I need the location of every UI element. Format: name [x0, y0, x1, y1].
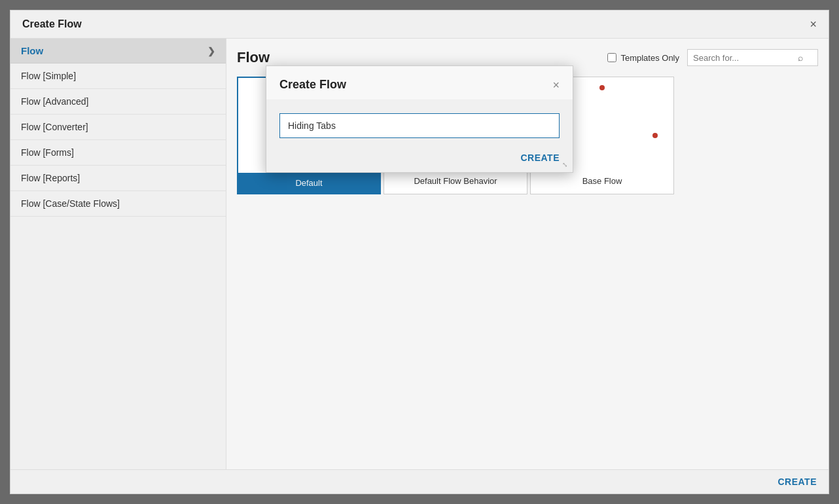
chevron-right-icon: ❯: [207, 46, 215, 56]
search-input[interactable]: [693, 53, 798, 63]
resize-handle: ⤡: [562, 162, 570, 170]
templates-only-label: Templates Only: [607, 53, 679, 63]
inner-dialog-footer: CREATE ⤡: [266, 145, 573, 172]
inner-create-button[interactable]: CREATE: [520, 153, 560, 163]
sidebar-item-flow-advanced[interactable]: Flow [Advanced]: [10, 89, 226, 115]
outer-close-button[interactable]: ×: [810, 18, 817, 30]
flow-card-base-label: Base Flow: [531, 176, 673, 194]
sidebar-header-label: Flow: [21, 45, 43, 56]
dot-red-top: [599, 85, 605, 90]
sidebar-item-flow-simple[interactable]: Flow [Simple]: [10, 63, 226, 89]
content-header: Flow Templates Only ⌕: [237, 49, 818, 66]
sidebar-item-flow-forms[interactable]: Flow [Forms]: [10, 140, 226, 166]
sidebar: Flow ❯ Flow [Simple] Flow [Advanced] Flo…: [10, 39, 226, 469]
content-title: Flow: [237, 49, 270, 66]
inner-dialog-body: [266, 100, 573, 145]
header-right: Templates Only ⌕: [607, 49, 818, 66]
sidebar-item-flow-converter[interactable]: Flow [Converter]: [10, 115, 226, 140]
outer-dialog-header: Create Flow ×: [10, 10, 829, 39]
flow-card-dfb-label: Default Flow Behavior: [384, 171, 527, 194]
dot-red-mid: [652, 133, 658, 138]
inner-dialog-header: Create Flow ×: [266, 66, 573, 100]
sidebar-items-list: Flow [Simple] Flow [Advanced] Flow [Conv…: [10, 63, 226, 217]
outer-create-button[interactable]: CREATE: [777, 477, 817, 487]
sidebar-header[interactable]: Flow ❯: [10, 39, 226, 63]
flow-name-input[interactable]: [279, 113, 560, 138]
inner-dialog: Create Flow × CREATE ⤡: [266, 65, 573, 173]
flow-card-default-label: Default: [238, 173, 380, 193]
search-box: ⌕: [687, 49, 818, 66]
sidebar-item-flow-reports[interactable]: Flow [Reports]: [10, 166, 226, 191]
search-icon: ⌕: [798, 52, 803, 63]
inner-close-button[interactable]: ×: [552, 79, 560, 91]
outer-dialog-footer: CREATE: [10, 469, 829, 494]
inner-dialog-title: Create Flow: [279, 78, 346, 92]
main-overlay: Create Flow × Flow ❯ Flow [Simple] Flow …: [0, 0, 839, 504]
outer-dialog-title: Create Flow: [22, 18, 82, 30]
templates-only-checkbox[interactable]: [607, 53, 616, 62]
sidebar-item-flow-case-state[interactable]: Flow [Case/State Flows]: [10, 191, 226, 217]
